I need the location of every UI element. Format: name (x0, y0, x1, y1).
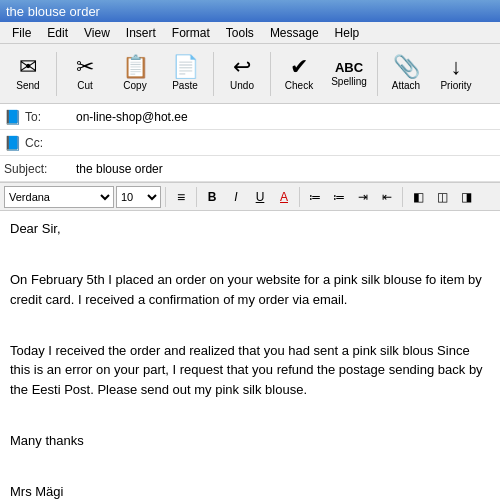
ordered-list-button[interactable]: ≔ (328, 186, 350, 208)
align-left-button[interactable]: ◧ (407, 186, 429, 208)
outdent-button[interactable]: ⇤ (376, 186, 398, 208)
toolbar-separator-3 (270, 52, 271, 96)
toolbar-separator-2 (213, 52, 214, 96)
send-label: Send (16, 80, 39, 91)
check-button[interactable]: ✔ Check (275, 47, 323, 101)
undo-label: Undo (230, 80, 254, 91)
formatting-bar: Verdana 10 ≡ B I U A ≔ ≔ ⇥ ⇤ ◧ ◫ ◨ (0, 183, 500, 211)
to-label: 📘 To: (4, 109, 74, 125)
title-text: the blouse order (6, 4, 100, 19)
copy-button[interactable]: 📋 Copy (111, 47, 159, 101)
cc-row: 📘 Cc: (0, 130, 500, 156)
attach-label: Attach (392, 80, 420, 91)
cc-input[interactable] (74, 136, 496, 150)
align-button[interactable]: ≡ (170, 186, 192, 208)
undo-icon: ↩ (233, 56, 251, 78)
subject-input[interactable] (74, 162, 496, 176)
body-paragraph: On February 5th I placed an order on you… (10, 270, 490, 309)
menu-insert[interactable]: Insert (118, 24, 164, 42)
attach-icon: 📎 (393, 56, 420, 78)
fmt-separator-3 (299, 187, 300, 207)
font-size-select[interactable]: 10 (116, 186, 161, 208)
font-color-button[interactable]: A (273, 186, 295, 208)
subject-row: Subject: (0, 156, 500, 182)
fmt-separator-1 (165, 187, 166, 207)
send-button[interactable]: ✉ Send (4, 47, 52, 101)
priority-button[interactable]: ↓ Priority (432, 47, 480, 101)
paste-icon: 📄 (172, 56, 199, 78)
title-bar: the blouse order (0, 0, 500, 22)
bold-button[interactable]: B (201, 186, 223, 208)
toolbar: ✉ Send ✂ Cut 📋 Copy 📄 Paste ↩ Undo ✔ Che… (0, 44, 500, 104)
to-input[interactable] (74, 110, 496, 124)
copy-label: Copy (123, 80, 146, 91)
menu-message[interactable]: Message (262, 24, 327, 42)
align-right-button[interactable]: ◨ (455, 186, 477, 208)
priority-icon: ↓ (451, 56, 462, 78)
menu-help[interactable]: Help (327, 24, 368, 42)
cut-label: Cut (77, 80, 93, 91)
menu-tools[interactable]: Tools (218, 24, 262, 42)
font-family-select[interactable]: Verdana (4, 186, 114, 208)
menu-edit[interactable]: Edit (39, 24, 76, 42)
toolbar-separator-4 (377, 52, 378, 96)
check-icon: ✔ (290, 56, 308, 78)
italic-button[interactable]: I (225, 186, 247, 208)
menu-view[interactable]: View (76, 24, 118, 42)
cc-label: 📘 Cc: (4, 135, 74, 151)
spelling-icon: ABC (335, 61, 363, 74)
email-body[interactable]: Dear Sir, On February 5th I placed an or… (0, 211, 500, 500)
check-label: Check (285, 80, 313, 91)
cut-button[interactable]: ✂ Cut (61, 47, 109, 101)
address-book-icon: 📘 (4, 109, 21, 125)
indent-button[interactable]: ⇥ (352, 186, 374, 208)
body-paragraph: Mrs Mägi (10, 482, 490, 501)
spelling-button[interactable]: ABC Spelling (325, 47, 373, 101)
body-paragraph: Today I received the order and realized … (10, 341, 490, 400)
spelling-label: Spelling (331, 76, 367, 87)
align-center-button[interactable]: ◫ (431, 186, 453, 208)
body-paragraph: Dear Sir, (10, 219, 490, 239)
paste-label: Paste (172, 80, 198, 91)
attach-button[interactable]: 📎 Attach (382, 47, 430, 101)
menu-file[interactable]: File (4, 24, 39, 42)
fmt-separator-4 (402, 187, 403, 207)
to-row: 📘 To: (0, 104, 500, 130)
subject-label: Subject: (4, 162, 74, 176)
fmt-separator-2 (196, 187, 197, 207)
header-fields: 📘 To: 📘 Cc: Subject: (0, 104, 500, 183)
underline-button[interactable]: U (249, 186, 271, 208)
send-icon: ✉ (19, 56, 37, 78)
unordered-list-button[interactable]: ≔ (304, 186, 326, 208)
paste-button[interactable]: 📄 Paste (161, 47, 209, 101)
undo-button[interactable]: ↩ Undo (218, 47, 266, 101)
address-book-cc-icon: 📘 (4, 135, 21, 151)
priority-label: Priority (440, 80, 471, 91)
menu-format[interactable]: Format (164, 24, 218, 42)
cut-icon: ✂ (76, 56, 94, 78)
toolbar-separator-1 (56, 52, 57, 96)
menu-bar: File Edit View Insert Format Tools Messa… (0, 22, 500, 44)
body-paragraph: Many thanks (10, 431, 490, 451)
copy-icon: 📋 (122, 56, 149, 78)
